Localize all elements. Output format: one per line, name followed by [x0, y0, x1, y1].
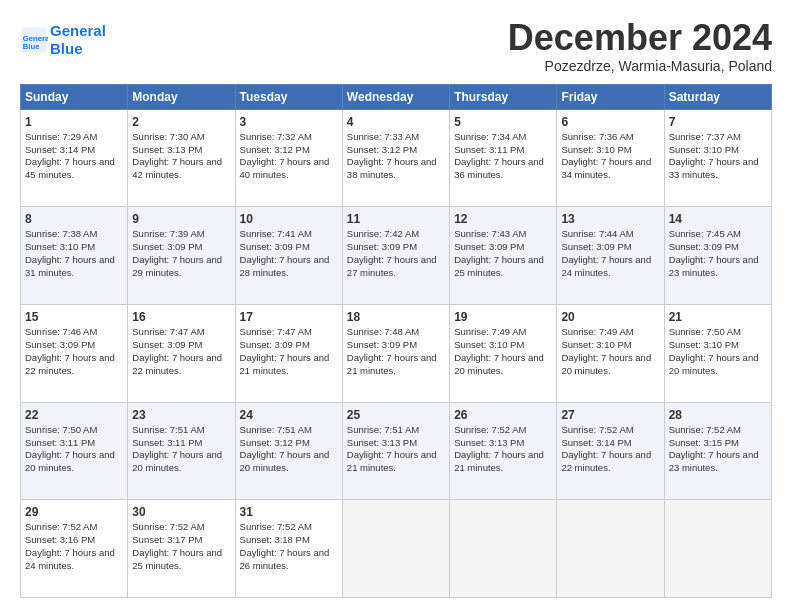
sunset-text: Sunset: 3:09 PM	[132, 339, 202, 350]
day-cell-23: 23Sunrise: 7:51 AMSunset: 3:11 PMDayligh…	[128, 402, 235, 500]
daylight-text: Daylight: 7 hours and 24 minutes.	[25, 547, 115, 571]
col-header-wednesday: Wednesday	[342, 84, 449, 109]
day-number: 22	[25, 407, 123, 423]
sunset-text: Sunset: 3:09 PM	[561, 241, 631, 252]
day-cell-16: 16Sunrise: 7:47 AMSunset: 3:09 PMDayligh…	[128, 304, 235, 402]
sunrise-text: Sunrise: 7:50 AM	[669, 326, 741, 337]
day-cell-6: 6Sunrise: 7:36 AMSunset: 3:10 PMDaylight…	[557, 109, 664, 207]
sunrise-text: Sunrise: 7:39 AM	[132, 228, 204, 239]
day-cell-3: 3Sunrise: 7:32 AMSunset: 3:12 PMDaylight…	[235, 109, 342, 207]
empty-cell	[342, 500, 449, 598]
sunrise-text: Sunrise: 7:41 AM	[240, 228, 312, 239]
day-cell-28: 28Sunrise: 7:52 AMSunset: 3:15 PMDayligh…	[664, 402, 771, 500]
daylight-text: Daylight: 7 hours and 28 minutes.	[240, 254, 330, 278]
daylight-text: Daylight: 7 hours and 36 minutes.	[454, 156, 544, 180]
sunset-text: Sunset: 3:10 PM	[561, 144, 631, 155]
sunset-text: Sunset: 3:09 PM	[132, 241, 202, 252]
daylight-text: Daylight: 7 hours and 38 minutes.	[347, 156, 437, 180]
sunset-text: Sunset: 3:12 PM	[347, 144, 417, 155]
day-number: 4	[347, 114, 445, 130]
day-cell-10: 10Sunrise: 7:41 AMSunset: 3:09 PMDayligh…	[235, 207, 342, 305]
day-cell-25: 25Sunrise: 7:51 AMSunset: 3:13 PMDayligh…	[342, 402, 449, 500]
daylight-text: Daylight: 7 hours and 20 minutes.	[561, 352, 651, 376]
sunrise-text: Sunrise: 7:52 AM	[240, 521, 312, 532]
daylight-text: Daylight: 7 hours and 20 minutes.	[669, 352, 759, 376]
day-cell-12: 12Sunrise: 7:43 AMSunset: 3:09 PMDayligh…	[450, 207, 557, 305]
daylight-text: Daylight: 7 hours and 21 minutes.	[347, 352, 437, 376]
day-number: 26	[454, 407, 552, 423]
day-cell-18: 18Sunrise: 7:48 AMSunset: 3:09 PMDayligh…	[342, 304, 449, 402]
header: General Blue General Blue December 2024 …	[20, 18, 772, 74]
calendar-week-2: 8Sunrise: 7:38 AMSunset: 3:10 PMDaylight…	[21, 207, 772, 305]
daylight-text: Daylight: 7 hours and 25 minutes.	[132, 547, 222, 571]
calendar-week-4: 22Sunrise: 7:50 AMSunset: 3:11 PMDayligh…	[21, 402, 772, 500]
daylight-text: Daylight: 7 hours and 20 minutes.	[240, 449, 330, 473]
sunrise-text: Sunrise: 7:50 AM	[25, 424, 97, 435]
calendar-week-5: 29Sunrise: 7:52 AMSunset: 3:16 PMDayligh…	[21, 500, 772, 598]
day-cell-27: 27Sunrise: 7:52 AMSunset: 3:14 PMDayligh…	[557, 402, 664, 500]
sunrise-text: Sunrise: 7:45 AM	[669, 228, 741, 239]
logo-text: General Blue	[50, 22, 106, 58]
sunset-text: Sunset: 3:09 PM	[347, 339, 417, 350]
sunrise-text: Sunrise: 7:42 AM	[347, 228, 419, 239]
daylight-text: Daylight: 7 hours and 22 minutes.	[132, 352, 222, 376]
sunrise-text: Sunrise: 7:52 AM	[454, 424, 526, 435]
sunset-text: Sunset: 3:10 PM	[669, 339, 739, 350]
col-header-saturday: Saturday	[664, 84, 771, 109]
sunset-text: Sunset: 3:12 PM	[240, 437, 310, 448]
daylight-text: Daylight: 7 hours and 31 minutes.	[25, 254, 115, 278]
day-number: 29	[25, 504, 123, 520]
sunrise-text: Sunrise: 7:32 AM	[240, 131, 312, 142]
sunrise-text: Sunrise: 7:37 AM	[669, 131, 741, 142]
daylight-text: Daylight: 7 hours and 25 minutes.	[454, 254, 544, 278]
day-number: 23	[132, 407, 230, 423]
sunset-text: Sunset: 3:14 PM	[25, 144, 95, 155]
day-number: 1	[25, 114, 123, 130]
sunrise-text: Sunrise: 7:49 AM	[561, 326, 633, 337]
sunrise-text: Sunrise: 7:38 AM	[25, 228, 97, 239]
day-number: 5	[454, 114, 552, 130]
sunrise-text: Sunrise: 7:49 AM	[454, 326, 526, 337]
sunrise-text: Sunrise: 7:51 AM	[132, 424, 204, 435]
day-cell-4: 4Sunrise: 7:33 AMSunset: 3:12 PMDaylight…	[342, 109, 449, 207]
col-header-thursday: Thursday	[450, 84, 557, 109]
logo-blue: Blue	[50, 40, 83, 57]
day-number: 20	[561, 309, 659, 325]
day-number: 30	[132, 504, 230, 520]
daylight-text: Daylight: 7 hours and 21 minutes.	[347, 449, 437, 473]
sunset-text: Sunset: 3:10 PM	[25, 241, 95, 252]
sunset-text: Sunset: 3:13 PM	[132, 144, 202, 155]
logo: General Blue General Blue	[20, 22, 106, 58]
sunset-text: Sunset: 3:10 PM	[454, 339, 524, 350]
daylight-text: Daylight: 7 hours and 20 minutes.	[132, 449, 222, 473]
daylight-text: Daylight: 7 hours and 20 minutes.	[454, 352, 544, 376]
day-number: 13	[561, 211, 659, 227]
sunrise-text: Sunrise: 7:36 AM	[561, 131, 633, 142]
col-header-monday: Monday	[128, 84, 235, 109]
sunset-text: Sunset: 3:18 PM	[240, 534, 310, 545]
day-number: 16	[132, 309, 230, 325]
sunset-text: Sunset: 3:09 PM	[669, 241, 739, 252]
day-cell-22: 22Sunrise: 7:50 AMSunset: 3:11 PMDayligh…	[21, 402, 128, 500]
day-number: 12	[454, 211, 552, 227]
day-cell-1: 1Sunrise: 7:29 AMSunset: 3:14 PMDaylight…	[21, 109, 128, 207]
daylight-text: Daylight: 7 hours and 20 minutes.	[25, 449, 115, 473]
day-cell-7: 7Sunrise: 7:37 AMSunset: 3:10 PMDaylight…	[664, 109, 771, 207]
day-number: 10	[240, 211, 338, 227]
sunrise-text: Sunrise: 7:33 AM	[347, 131, 419, 142]
logo-icon: General Blue	[20, 26, 48, 54]
sunrise-text: Sunrise: 7:52 AM	[132, 521, 204, 532]
day-cell-11: 11Sunrise: 7:42 AMSunset: 3:09 PMDayligh…	[342, 207, 449, 305]
col-header-friday: Friday	[557, 84, 664, 109]
daylight-text: Daylight: 7 hours and 33 minutes.	[669, 156, 759, 180]
daylight-text: Daylight: 7 hours and 42 minutes.	[132, 156, 222, 180]
day-cell-20: 20Sunrise: 7:49 AMSunset: 3:10 PMDayligh…	[557, 304, 664, 402]
day-cell-24: 24Sunrise: 7:51 AMSunset: 3:12 PMDayligh…	[235, 402, 342, 500]
sunrise-text: Sunrise: 7:51 AM	[240, 424, 312, 435]
daylight-text: Daylight: 7 hours and 22 minutes.	[25, 352, 115, 376]
sunset-text: Sunset: 3:11 PM	[454, 144, 524, 155]
daylight-text: Daylight: 7 hours and 21 minutes.	[454, 449, 544, 473]
day-number: 28	[669, 407, 767, 423]
day-cell-17: 17Sunrise: 7:47 AMSunset: 3:09 PMDayligh…	[235, 304, 342, 402]
day-cell-2: 2Sunrise: 7:30 AMSunset: 3:13 PMDaylight…	[128, 109, 235, 207]
